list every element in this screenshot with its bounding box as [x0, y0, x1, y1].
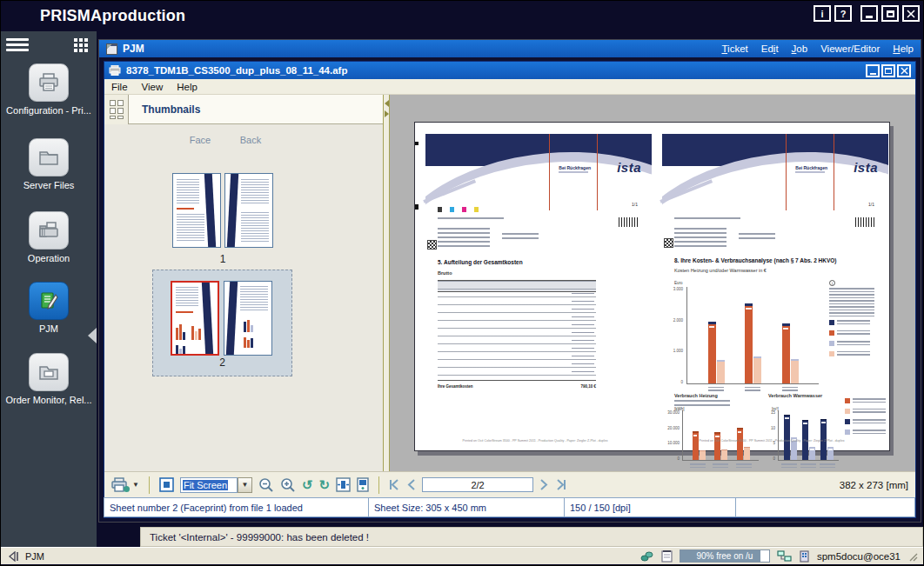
fit-page-icon	[159, 477, 174, 492]
first-page-button[interactable]	[389, 479, 401, 490]
dropdown-caret-icon: ▼	[132, 481, 139, 489]
thumbnail-sheet2-face[interactable]	[171, 281, 219, 356]
viewer-statusbar: Sheet number 2 (Faceprint) from file 1 l…	[104, 497, 915, 517]
status-sheet-loaded: Sheet number 2 (Faceprint) from file 1 l…	[104, 497, 369, 517]
last-page-icon	[554, 479, 566, 490]
panel-splitter[interactable]	[383, 95, 390, 471]
rotate-cw-icon: ↻	[319, 478, 331, 491]
server-host-icon	[799, 550, 810, 563]
sidebar: Configuration - Pri... Server Files Oper…	[1, 31, 97, 547]
rotate-cw-button[interactable]: ↻	[319, 478, 331, 491]
viewer-maximize-button[interactable]	[881, 64, 895, 77]
thumbnails-grid-button[interactable]	[104, 95, 129, 124]
zoom-out-button[interactable]	[258, 477, 274, 493]
sheet-preview-area[interactable]: Bei Rückfragen ista 1/1 5. Aufteilun	[390, 95, 915, 471]
contact-label: Bei Rückfragen	[559, 165, 591, 173]
viewer-toolbar: ▼ Fit Screen ▼ ↺ ↻	[104, 471, 915, 497]
ista-logo: ista	[854, 160, 878, 175]
info-note: i	[829, 280, 878, 317]
counting-barcode	[855, 217, 876, 227]
export-print-button[interactable]: ▼	[111, 477, 139, 493]
page-footer: Printed on Océ ColorStream 3500 - PP Sum…	[460, 439, 611, 443]
fit-mode-dropdown-button[interactable]: ▼	[238, 477, 252, 493]
disk-usage-label: 90% free on /u	[680, 550, 769, 562]
toolbar-separator	[149, 476, 150, 494]
app-grid-icon[interactable]	[74, 38, 90, 54]
thumbnail-sheet1-face[interactable]	[172, 173, 221, 248]
maximize-icon	[885, 68, 892, 74]
minimize-button[interactable]	[860, 5, 878, 22]
previous-page-button[interactable]	[407, 479, 416, 490]
pjm-notebook-pencil-icon	[29, 282, 69, 320]
thumb-art	[202, 283, 213, 354]
fit-mode-select[interactable]: Fit Screen ▼	[180, 477, 252, 493]
rotate-ccw-button[interactable]: ↺	[302, 478, 313, 491]
page-indicator-field[interactable]: 2/2	[422, 477, 533, 492]
status-sheet-size: Sheet Size: 305 x 450 mm	[368, 497, 565, 517]
fit-page-button[interactable]	[159, 477, 174, 492]
viewer-menu-view[interactable]: View	[142, 82, 164, 92]
info-button[interactable]: i	[814, 5, 831, 22]
crop-line	[597, 134, 598, 210]
menu-viewer-editor[interactable]: Viewer/Editor	[820, 43, 880, 54]
menu-help[interactable]: Help	[893, 43, 914, 54]
sheet-preview: Bei Rückfragen ista 1/1 5. Aufteilun	[414, 122, 890, 451]
last-page-button[interactable]	[554, 479, 566, 490]
thumbnail-sheet1-back[interactable]	[224, 173, 273, 248]
sidebar-item-label: Order Monitor, Rel...	[1, 395, 97, 405]
fit-mode-value: Fit Screen	[180, 477, 238, 493]
pjm-titlebar: PJM Ticket Edit Job Viewer/Editor Help	[99, 40, 921, 57]
logged-in-user-label: spm5docu@oce31	[817, 551, 901, 562]
network-status-icon	[777, 550, 792, 563]
heizung-title: Verbrauch Heizung	[674, 393, 718, 398]
disk-usage-indicator: 90% free on /u	[680, 549, 770, 563]
window-controls: i ?	[814, 5, 920, 22]
maximize-button[interactable]	[881, 5, 899, 22]
thumbnail-row-2-selected[interactable]: 2	[152, 270, 292, 376]
hamburger-menu-icon[interactable]	[6, 38, 29, 54]
viewer-close-button[interactable]	[897, 64, 911, 77]
verbrauch-legend	[845, 398, 886, 440]
chart-kosten	[686, 287, 819, 384]
kosten-legend	[829, 320, 870, 362]
thumbnails-panel: Thumbnails Face Back	[104, 95, 383, 471]
viewer-window-icon	[109, 65, 121, 76]
menu-edit[interactable]: Edit	[761, 43, 779, 54]
sidebar-item-server-files[interactable]: Server Files	[1, 138, 97, 190]
close-button[interactable]	[902, 5, 920, 22]
sheet2-label: 2	[153, 356, 291, 369]
resources-icon	[640, 550, 654, 563]
viewer-menu-help[interactable]: Help	[177, 82, 198, 92]
statusbar-right-cluster: 90% free on /u spm5docu@oce31	[640, 549, 918, 563]
first-page-icon	[389, 479, 401, 490]
sidebar-item-configuration[interactable]: Configuration - Pri...	[1, 63, 97, 116]
sidebar-item-label: Server Files	[1, 180, 97, 190]
sidebar-item-label: Configuration - Pri...	[1, 105, 97, 116]
resize-grip[interactable]	[907, 551, 918, 562]
viewer-window-title: 8378_TDM1B_CS3500_dup_plus_08_11_44.afp	[126, 65, 347, 76]
sidebar-item-operation[interactable]: Operation	[1, 211, 97, 263]
page-mode-button[interactable]	[357, 477, 369, 492]
help-button[interactable]: ?	[834, 5, 852, 22]
thumbnail-sheet2-back[interactable]	[224, 281, 272, 356]
export-print-icon	[111, 477, 131, 493]
sidebar-item-order-monitor[interactable]: Order Monitor, Rel...	[1, 353, 97, 405]
pjm-window-icon	[106, 43, 117, 55]
afp-viewer-window: 8378_TDM1B_CS3500_dup_plus_08_11_44.afp …	[104, 61, 916, 518]
qr-code	[427, 240, 437, 250]
folder-icon	[29, 138, 69, 176]
thumbnails-panel-header: Thumbnails	[104, 95, 383, 124]
viewer-minimize-button[interactable]	[866, 64, 880, 77]
zoom-in-button[interactable]	[280, 477, 296, 493]
next-page-button[interactable]	[539, 479, 548, 490]
fit-width-icon	[336, 477, 351, 492]
sidebar-item-pjm[interactable]: PJM	[1, 282, 97, 334]
fit-width-button[interactable]	[336, 477, 351, 492]
menu-ticket[interactable]: Ticket	[721, 43, 747, 54]
thumb-art	[204, 174, 216, 247]
viewer-menu-file[interactable]: File	[111, 82, 128, 92]
axis-unit-label: Euro	[674, 281, 683, 285]
collapse-panel-icon[interactable]	[8, 551, 20, 562]
analysis-subheading: Kosten Heizung und/oder Warmwasser in €	[674, 268, 767, 273]
menu-job[interactable]: Job	[792, 43, 808, 54]
